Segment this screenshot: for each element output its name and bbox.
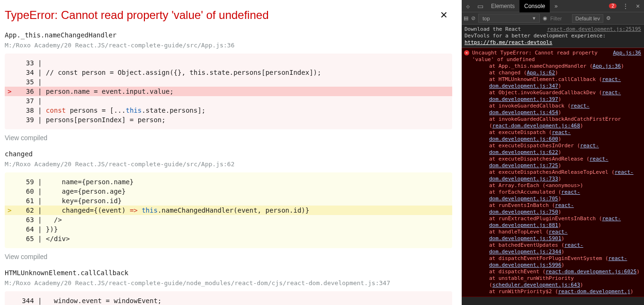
code-line: 33 |: [5, 58, 452, 68]
code-line: >62 | changed={(event) => this.nameChang…: [5, 206, 452, 215]
stack-line: at dispatchEventForPluginEventSystem (re…: [472, 255, 641, 269]
code-block: 59 | name={person.name} 60 | age={person…: [5, 172, 452, 248]
tab-elements[interactable]: Elements: [486, 0, 519, 12]
stack-line: at executeDispatchesInOrder (react-dom.d…: [472, 143, 641, 156]
device-icon[interactable]: ▭: [474, 2, 486, 10]
inspect-icon[interactable]: ⟐: [462, 2, 474, 10]
stack-line: at invokeGuardedCallbackAndCatchFirstErr…: [472, 116, 641, 129]
code-line: 65 | </div>: [5, 234, 452, 243]
stack-file-link[interactable]: react-dom.development.js:2344: [489, 242, 583, 255]
error-count-badge[interactable]: 2: [609, 3, 617, 9]
stack-line: at batchedEventUpdates (react-dom.develo…: [472, 242, 641, 255]
frame-function: HTMLUnknownElement.callCallback: [5, 269, 452, 277]
context-selector[interactable]: top ▾: [478, 14, 540, 23]
frame-function: App._this.nameChangedHandler: [5, 31, 452, 39]
view-compiled-link[interactable]: View compiled: [5, 134, 452, 142]
code-line: 60 | age={person.age}: [5, 187, 452, 196]
error-head: Uncaught TypeError: Cannot read property…: [472, 50, 598, 63]
stack-file-link[interactable]: react-dom.development.js:705: [489, 189, 580, 202]
stack-line: at executeDispatchesAndReleaseTopLevel (…: [472, 169, 641, 182]
stack-file-link[interactable]: App.js:36: [593, 63, 621, 69]
console-body: react-dom.development.js:25195 Download …: [462, 25, 644, 305]
frame-file[interactable]: M:/Roxo Academy/20 React.JS/react-comple…: [5, 161, 452, 168]
clear-console-icon[interactable]: ⊘: [471, 15, 475, 21]
stack-line: at invokeGuardedCallback (react-dom.deve…: [472, 103, 641, 116]
console-error-row: ✕ App.js:36 Uncaught TypeError: Cannot r…: [462, 48, 644, 297]
stack-line: at runWithPriority$2 (react-dom.developm…: [472, 288, 641, 295]
info-source-link[interactable]: react-dom.development.js:25195: [547, 26, 641, 33]
chevron-down-icon: ▾: [533, 15, 536, 21]
stack-line: at App._this.nameChangedHandler (App.js:…: [472, 63, 641, 70]
info-link[interactable]: https://fb.me/react-devtools: [465, 39, 552, 45]
error-overlay: TypeError: Cannot read property 'value' …: [0, 0, 462, 305]
close-button[interactable]: ×: [440, 9, 447, 21]
stack-file-link[interactable]: App.js:62: [527, 70, 555, 76]
stack-line: at HTMLUnknownElement.callCallback (reac…: [472, 76, 641, 90]
view-compiled-link[interactable]: View compiled: [5, 253, 452, 260]
stack-line: at forEachAccumulated (react-dom.develop…: [472, 189, 641, 202]
stack-file-link[interactable]: react-dom.development.j: [558, 288, 630, 295]
stack-file-link[interactable]: react-dom.development.js:454: [489, 103, 590, 116]
stack-file-link[interactable]: react-dom.development.js:468: [492, 123, 580, 129]
code-line: 35 |: [5, 77, 452, 87]
stack-file-link[interactable]: react-dom.development.js:5901: [489, 229, 568, 242]
stack-line: at unstable_runWithPriority (scheduler.d…: [472, 275, 641, 288]
stack-file-link[interactable]: react-dom.development.js:725: [489, 156, 608, 169]
code-line: 61 | key={person.id}: [5, 196, 452, 206]
code-line: 64 | })}: [5, 224, 452, 234]
code-block: 33 | 34 | // const person = Object.assig…: [5, 54, 452, 129]
devtools-tabs: ⟐ ▭ Elements Console » 2 ⋮ ×: [462, 0, 644, 12]
frame-function: changed: [5, 150, 452, 158]
console-toolbar: ▤ ⊘ top ▾ ◉ Default lev ⚙: [462, 12, 644, 25]
tab-console[interactable]: Console: [519, 0, 550, 12]
menu-icon[interactable]: ⋮: [619, 2, 632, 10]
log-levels[interactable]: Default lev: [572, 14, 603, 23]
devtools-panel: ⟐ ▭ Elements Console » 2 ⋮ × ▤ ⊘ top ▾ ◉…: [462, 0, 644, 305]
settings-icon[interactable]: ⚙: [606, 15, 611, 21]
code-block: 344 | window.event = windowEvent;: [5, 291, 452, 305]
eye-icon[interactable]: ◉: [543, 15, 547, 21]
stack-line: at runExtractedPluginEventsInBatch (reac…: [472, 215, 641, 229]
code-line: >36 | person.name = event.input.value;: [5, 87, 452, 96]
code-line: 63 | />: [5, 215, 452, 224]
tab-more[interactable]: »: [550, 0, 563, 12]
error-source-link[interactable]: App.js:36: [613, 50, 641, 56]
stack-line: at executeDispatch (react-dom.developmen…: [472, 129, 641, 143]
stack-file-link[interactable]: scheduler.development.js:643: [492, 282, 580, 288]
stack-file-link[interactable]: react-dom.development.js:622: [489, 143, 599, 155]
stack-line: at dispatchEvent (react-dom.development.…: [472, 269, 641, 275]
code-line: 34 | // const person = Object.assign({},…: [5, 68, 452, 77]
stack-line: at executeDispatchesAndRelease (react-do…: [472, 156, 641, 169]
stack-file-link[interactable]: react-dom.development.js:6025: [546, 269, 636, 275]
stack-line: at Object.invokeGuardedCallbackDev (reac…: [472, 90, 641, 103]
error-title: TypeError: Cannot read property 'value' …: [5, 5, 452, 28]
stack-line: at runEventsInBatch (react-dom.developme…: [472, 202, 641, 215]
filter-input[interactable]: [550, 16, 569, 21]
error-icon: ✕: [464, 50, 469, 55]
code-line: 39 | persons[personIndex] = person;: [5, 115, 452, 125]
console-info-row: react-dom.development.js:25195 Download …: [462, 25, 644, 48]
code-line: 37 |: [5, 96, 452, 106]
frame-file[interactable]: M:/Roxo Academy/20 React.JS/react-comple…: [5, 279, 452, 287]
frame-file[interactable]: M:/Roxo Academy/20 React.JS/react-comple…: [5, 42, 452, 49]
sidebar-toggle-icon[interactable]: ▤: [464, 15, 468, 21]
context-label: top: [483, 16, 490, 21]
stack-line: at changed (App.js:62): [472, 70, 641, 76]
code-line: 38 | const persons = [...this.state.pers…: [5, 106, 452, 115]
code-line: 344 | window.event = windowEvent;: [5, 296, 452, 305]
devtools-close-icon[interactable]: ×: [632, 2, 644, 10]
code-line: 59 | name={person.name}: [5, 177, 452, 187]
stack-line: at handleTopLevel (react-dom.development…: [472, 229, 641, 242]
stack-line: at Array.forEach (<anonymous>): [472, 182, 641, 189]
